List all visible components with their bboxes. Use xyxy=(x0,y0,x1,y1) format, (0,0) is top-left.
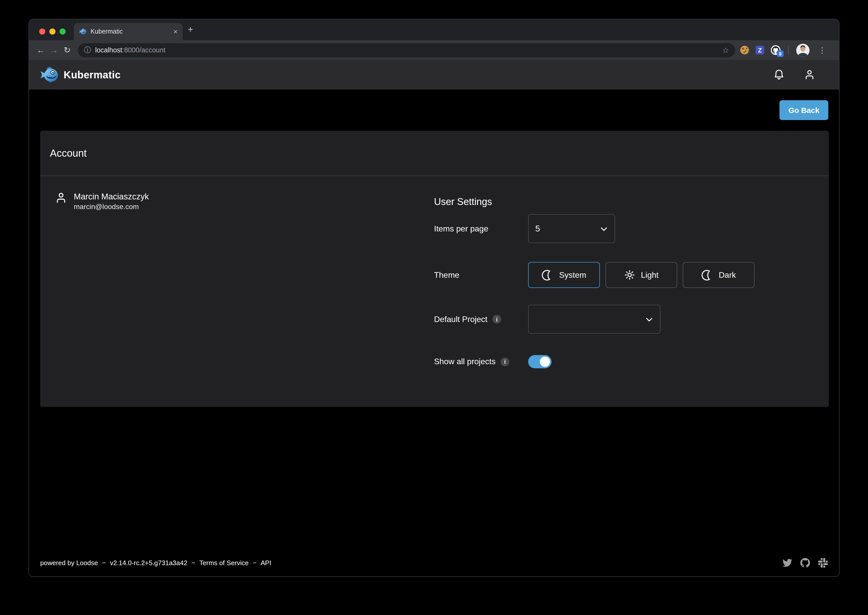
chevron-down-icon xyxy=(644,314,654,324)
new-tab-button[interactable]: + xyxy=(188,25,193,34)
extension-badge: 8 xyxy=(777,50,784,57)
url-path: :8000/account xyxy=(122,46,165,54)
brand-logo[interactable]: Kubermatic xyxy=(39,66,120,83)
default-project-row: Default Project i xyxy=(434,305,660,334)
settings-title: User Settings xyxy=(434,196,492,208)
show-all-projects-row: Show all projects i xyxy=(434,355,551,368)
api-link[interactable]: API xyxy=(261,559,271,567)
show-all-projects-label: Show all projects xyxy=(434,357,496,366)
items-per-page-value: 5 xyxy=(535,223,540,234)
slack-icon[interactable] xyxy=(818,558,828,567)
kubermatic-app: Kubermatic Go Back Account xyxy=(29,60,839,577)
theme-option-label: System xyxy=(559,270,586,279)
items-per-page-label: Items per page xyxy=(434,224,528,233)
browser-tab[interactable]: Kubermatic × xyxy=(74,23,183,40)
default-project-select[interactable] xyxy=(528,305,660,334)
forward-icon[interactable]: → xyxy=(47,44,61,57)
show-all-projects-toggle[interactable] xyxy=(528,355,551,368)
site-info-icon[interactable]: ⓘ xyxy=(84,45,91,55)
url-text[interactable]: localhost:8000/account xyxy=(95,46,718,54)
moon-icon xyxy=(542,269,553,281)
tab-title: Kubermatic xyxy=(91,28,169,35)
theme-option-dark[interactable]: Dark xyxy=(683,262,754,288)
github-extension-icon[interactable]: 8 xyxy=(771,45,781,55)
items-per-page-select[interactable]: 5 xyxy=(528,214,615,243)
twitter-icon[interactable] xyxy=(782,558,792,567)
theme-label: Theme xyxy=(434,270,528,279)
account-card-header: Account xyxy=(40,131,829,176)
go-back-button[interactable]: Go Back xyxy=(779,100,828,120)
user-email: marcin@loodse.com xyxy=(74,202,149,212)
user-name: Marcin Maciaszczyk xyxy=(74,191,149,202)
browser-toolbar: ← → ↻ ⓘ localhost:8000/account ☆ Z 8 xyxy=(29,40,839,60)
info-icon[interactable]: i xyxy=(501,357,509,366)
toggle-thumb xyxy=(540,357,550,367)
version-text: v2.14.0-rc.2+5.g731a3a42 xyxy=(110,559,187,567)
browser-profile-avatar[interactable] xyxy=(796,44,809,57)
browser-window: Kubermatic × + ← → ↻ ⓘ localhost:8000/ac… xyxy=(28,19,840,577)
screen: Kubermatic × + ← → ↻ ⓘ localhost:8000/ac… xyxy=(0,0,868,615)
footer-separator: − xyxy=(191,559,195,567)
user-avatar-icon xyxy=(55,191,68,212)
address-bar[interactable]: ⓘ localhost:8000/account ☆ xyxy=(78,43,735,57)
user-info-block: Marcin Maciaszczyk marcin@loodse.com xyxy=(55,191,149,212)
macos-close-button[interactable] xyxy=(39,28,45,34)
bookmark-star-icon[interactable]: ☆ xyxy=(722,45,729,55)
z-extension-icon[interactable]: Z xyxy=(756,46,764,55)
tab-strip: Kubermatic × + xyxy=(29,19,839,40)
moon-icon xyxy=(701,269,713,281)
theme-option-label: Light xyxy=(641,270,658,279)
browser-menu-icon[interactable]: ⋮ xyxy=(818,45,826,55)
github-icon[interactable] xyxy=(800,558,810,567)
default-project-label: Default Project xyxy=(434,315,487,324)
theme-option-light[interactable]: Light xyxy=(606,262,677,288)
app-header: Kubermatic xyxy=(29,60,839,89)
user-menu-icon[interactable] xyxy=(803,69,816,81)
footer-separator: − xyxy=(253,559,256,567)
fish-logo-icon xyxy=(39,66,59,83)
fish-favicon-icon xyxy=(79,28,86,35)
reload-icon[interactable]: ↻ xyxy=(61,44,74,57)
theme-option-label: Dark xyxy=(719,270,736,279)
theme-row: Theme System Light xyxy=(434,262,754,288)
app-footer: powered by Loodse − v2.14.0-rc.2+5.g731a… xyxy=(40,557,828,568)
powered-by-link[interactable]: powered by Loodse xyxy=(40,559,98,567)
toolbar-separator xyxy=(788,45,788,55)
footer-separator: − xyxy=(102,559,106,567)
tab-close-icon[interactable]: × xyxy=(173,28,178,35)
cookie-extension-icon[interactable] xyxy=(740,46,749,55)
terms-of-service-link[interactable]: Terms of Service xyxy=(200,559,249,567)
notifications-bell-icon[interactable] xyxy=(773,69,785,81)
macos-zoom-button[interactable] xyxy=(59,28,66,34)
brand-name: Kubermatic xyxy=(64,69,120,81)
page-title: Account xyxy=(50,147,87,159)
chevron-down-icon xyxy=(599,223,609,234)
account-card: Account Marcin Maciaszczyk marcin@loodse… xyxy=(40,131,829,407)
info-icon[interactable]: i xyxy=(493,315,501,323)
sun-icon xyxy=(624,270,635,280)
url-host: localhost xyxy=(95,46,122,54)
items-per-page-row: Items per page 5 xyxy=(434,214,615,243)
macos-minimize-button[interactable] xyxy=(49,28,55,34)
extensions-area: Z 8 ⋮ xyxy=(740,44,826,57)
theme-option-system[interactable]: System xyxy=(528,262,600,288)
back-icon[interactable]: ← xyxy=(34,44,47,57)
